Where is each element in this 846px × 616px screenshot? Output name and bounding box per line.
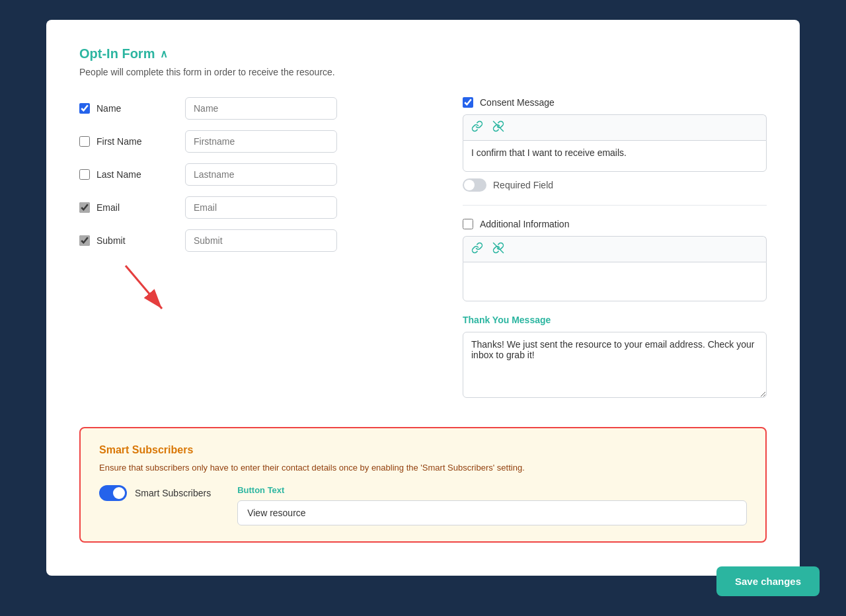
smart-toggle-label: Smart Subscribers <box>135 488 211 498</box>
form-layout: Name First Name Last Name <box>79 97 767 414</box>
field-row-name: Name <box>79 97 423 120</box>
additional-label: Additional Information <box>480 219 569 229</box>
field-row-firstname: First Name <box>79 130 423 153</box>
input-firstname[interactable] <box>185 130 337 153</box>
unlink-icon-button[interactable] <box>490 119 507 136</box>
red-arrow-icon <box>119 262 172 315</box>
smart-subscribers-box: Smart Subscribers Ensure that subscriber… <box>79 427 767 543</box>
smart-subscribers-title: Smart Subscribers <box>99 444 747 456</box>
additional-link-icon <box>471 242 483 256</box>
checkbox-email[interactable] <box>79 202 90 213</box>
additional-header: Additional Information <box>463 219 767 229</box>
consent-section: Consent Message <box>463 97 767 192</box>
input-email[interactable] <box>185 196 337 219</box>
field-row-email: Email <box>79 196 423 219</box>
checkbox-lastname[interactable] <box>79 169 90 180</box>
link-icon <box>471 120 483 135</box>
save-btn-container: Save changes <box>716 566 820 596</box>
section-title-text: Opt-In Form <box>79 46 155 61</box>
required-toggle[interactable] <box>463 178 486 192</box>
right-panel: Consent Message <box>463 97 767 414</box>
checkbox-additional[interactable] <box>463 219 473 229</box>
unlink-icon <box>492 120 504 135</box>
label-email-text: Email <box>96 202 120 213</box>
additional-unlink-icon-button[interactable] <box>490 241 507 258</box>
required-field-label: Required Field <box>493 180 553 190</box>
field-label-lastname[interactable]: Last Name <box>79 169 172 180</box>
thank-you-title: Thank You Message <box>463 315 767 325</box>
button-text-label: Button Text <box>237 485 747 495</box>
collapse-chevron[interactable]: ∧ <box>160 48 168 60</box>
label-submit-text: Submit <box>96 235 126 246</box>
smart-toggle-row: Smart Subscribers <box>99 485 211 501</box>
field-row-submit: Submit <box>79 229 423 252</box>
input-lastname[interactable] <box>185 163 337 186</box>
smart-subscribers-toggle[interactable] <box>99 485 127 501</box>
input-name[interactable] <box>185 97 337 120</box>
checkbox-name[interactable] <box>79 103 90 114</box>
consent-label: Consent Message <box>480 97 555 108</box>
link-icon-button[interactable] <box>469 119 486 136</box>
section-subtitle: People will complete this form in order … <box>79 67 767 77</box>
field-label-email[interactable]: Email <box>79 202 172 213</box>
additional-section: Additional Information <box>463 219 767 301</box>
thank-you-section: Thank You Message Thanks! We just sent t… <box>463 315 767 401</box>
checkbox-firstname[interactable] <box>79 136 90 147</box>
button-text-col: Button Text <box>237 485 747 525</box>
section-title: Opt-In Form ∧ <box>79 46 767 61</box>
label-name-text: Name <box>96 103 121 114</box>
additional-editor-content[interactable] <box>463 262 767 301</box>
field-label-firstname[interactable]: First Name <box>79 136 172 147</box>
consent-editor-toolbar <box>463 114 767 140</box>
smart-controls: Smart Subscribers Button Text <box>99 485 747 525</box>
additional-editor-toolbar <box>463 236 767 262</box>
label-lastname-text: Last Name <box>96 169 141 180</box>
main-card: Opt-In Form ∧ People will complete this … <box>46 20 800 576</box>
checkbox-consent[interactable] <box>463 97 473 108</box>
button-text-input[interactable] <box>237 500 747 525</box>
divider <box>463 205 767 206</box>
checkbox-submit[interactable] <box>79 235 90 246</box>
field-row-lastname: Last Name <box>79 163 423 186</box>
label-firstname-text: First Name <box>96 136 141 147</box>
smart-subscribers-desc: Ensure that subscribers only have to ent… <box>99 461 747 475</box>
arrow-container <box>79 262 212 315</box>
left-panel: Name First Name Last Name <box>79 97 423 414</box>
input-submit[interactable] <box>185 229 337 252</box>
field-label-name[interactable]: Name <box>79 103 172 114</box>
consent-text: I confirm that I want to receive emails. <box>471 147 627 158</box>
additional-link-icon-button[interactable] <box>469 241 486 258</box>
consent-header: Consent Message <box>463 97 767 108</box>
additional-unlink-icon <box>492 242 504 256</box>
required-field-row: Required Field <box>463 178 767 192</box>
thank-you-textarea[interactable]: Thanks! We just sent the resource to you… <box>463 332 767 398</box>
consent-editor-content[interactable]: I confirm that I want to receive emails. <box>463 140 767 172</box>
field-label-submit[interactable]: Submit <box>79 235 172 246</box>
svg-line-1 <box>126 266 162 309</box>
save-changes-button[interactable]: Save changes <box>716 566 820 596</box>
